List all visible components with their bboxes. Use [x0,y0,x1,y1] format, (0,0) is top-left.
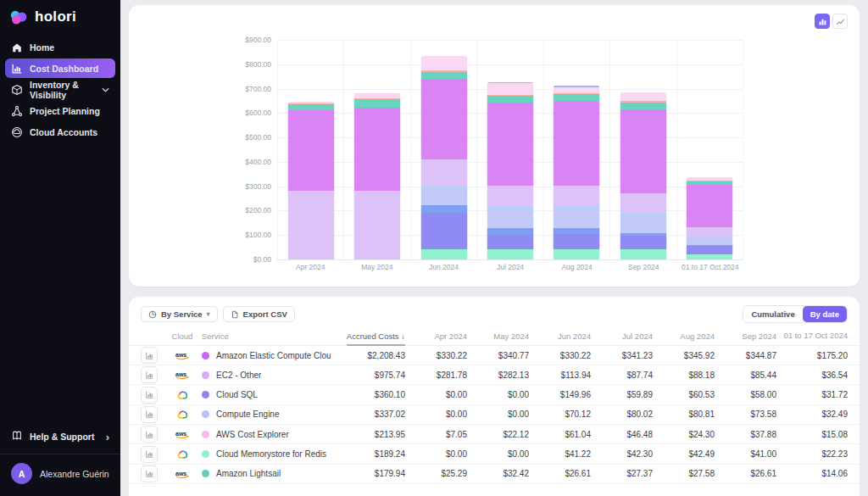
bar-segment[interactable] [620,249,666,259]
stacked-bar[interactable] [687,177,733,259]
bar-segment[interactable] [354,99,401,107]
sidebar-item-inventory-visibility[interactable]: Inventory & Visibility [5,80,115,99]
table-row[interactable]: awsAmazon Elastic Compute Cloud - Comput… [129,346,860,365]
table-row[interactable]: Compute Engine$337.02$0.00$0.00$70.12$80… [129,405,860,425]
bar-segment[interactable] [687,237,733,245]
bar-segment[interactable] [420,79,467,159]
bar-segment[interactable] [687,227,733,237]
row-chart-button[interactable] [141,387,158,404]
bar-segment[interactable] [487,96,533,103]
bar-segment[interactable] [554,101,600,186]
bar-segment[interactable] [420,213,467,249]
bar-segment[interactable] [287,104,334,110]
column-header-month[interactable]: May 2024 [467,332,529,341]
month-cost-value: $149.96 [529,390,591,399]
bar-segment[interactable] [287,191,334,259]
month-cost-value: $330.22 [529,351,591,360]
row-chart-button[interactable] [141,366,158,383]
accrued-cost-value: $2,208.43 [331,351,405,360]
month-cost-value: $32.42 [467,469,529,478]
bar-segment[interactable] [620,215,666,233]
row-chart-button-cell [141,387,161,404]
bar-segment[interactable] [687,185,733,227]
line-chart-view-button[interactable] [832,14,848,29]
bar-segment[interactable] [420,159,467,187]
table-row[interactable]: awsAWS Cost Explorer$213.95$7.05$22.12$6… [129,425,860,444]
bar-segment[interactable] [687,246,733,254]
sidebar-item-project-planning[interactable]: Project Planning [5,101,115,120]
bar-segment[interactable] [420,249,467,259]
accrued-cost-value: $213.95 [331,430,405,439]
sidebar-item-cloud-accounts[interactable]: Cloud Accounts [5,122,115,142]
bar-segment[interactable] [487,103,533,186]
column-header-month[interactable]: 01 to 17 Oct 2024 [776,331,848,341]
bar-segment[interactable] [420,205,467,213]
row-chart-button[interactable] [141,347,158,364]
sidebar-item-cost-dashboard[interactable]: Cost Dashboard [5,59,115,78]
bar-segment[interactable] [487,249,533,259]
bar-segment[interactable] [487,186,533,207]
sidebar-item-home[interactable]: Home [5,37,115,57]
stacked-bar[interactable] [554,86,600,259]
row-chart-button-cell [141,406,161,423]
bar-segment[interactable] [554,94,600,101]
column-header-accrued-costs[interactable]: Accrued Costs ↓ [331,332,405,341]
user-menu[interactable]: A Alexandre Guérin [0,454,120,496]
stacked-bar[interactable] [287,102,334,259]
bar-segment[interactable] [620,236,666,250]
bar-segment[interactable] [487,83,533,94]
column-header-month[interactable]: Jun 2024 [529,332,591,341]
row-chart-button[interactable] [141,465,158,482]
month-cost-value: $282.13 [467,371,529,380]
chart-y-axis: $0.00$100.00$200.00$300.00$400.00$500.00… [212,40,271,259]
bar-segment[interactable] [620,193,666,215]
row-chart-button[interactable] [141,406,158,423]
stacked-bar[interactable] [354,93,401,259]
export-csv-button[interactable]: Export CSV [223,306,295,322]
bar-segment[interactable] [620,103,666,109]
bar-segment[interactable] [554,234,600,248]
bar-segment[interactable] [287,110,334,191]
bar-segment[interactable] [354,191,401,259]
logo[interactable]: holori [0,0,120,32]
table-row[interactable]: Cloud Memorystore for Redis$189.24$0.00$… [129,444,860,464]
bar-segment[interactable] [554,228,600,234]
row-chart-button[interactable] [141,446,158,463]
table-row[interactable]: awsEC2 - Other$975.74$281.78$282.13$113.… [129,365,860,385]
cumulative-button[interactable]: Cumulative [743,306,802,322]
stacked-bar[interactable] [487,82,533,259]
table-row[interactable]: Cloud SQL$360.10$0.00$0.00$149.96$59.89$… [129,385,860,404]
table-row[interactable]: awsAmazon Lightsail$179.94$25.29$32.42$2… [129,465,860,484]
bar-segment[interactable] [420,56,467,71]
bar-segment[interactable] [354,108,401,191]
column-header-month[interactable]: Aug 2024 [653,332,715,341]
bar-segment[interactable] [687,254,733,259]
bar-segment[interactable] [554,87,600,93]
bar-chart-view-button[interactable] [815,14,830,29]
month-cost-value: $26.61 [715,469,776,478]
bar-segment[interactable] [620,92,666,102]
bar-segment[interactable] [487,235,533,249]
column-header-month[interactable]: Apr 2024 [405,332,467,341]
x-tick-label: 01 to 17 Oct 2024 [676,263,743,271]
sidebar-item-help-support[interactable]: Help & Support › [0,423,120,450]
bar-segment[interactable] [487,228,533,234]
by-date-button[interactable]: By date [803,306,847,322]
column-header-month[interactable]: Sep 2024 [715,332,776,341]
bar-segment[interactable] [420,188,467,205]
group-by-service-button[interactable]: By Service ▾ [141,306,218,322]
sidebar-item-label: Project Planning [30,106,100,116]
stacked-bar[interactable] [420,56,467,259]
row-chart-button[interactable] [141,426,158,443]
x-tick-label: Jul 2024 [477,263,544,271]
stacked-bar[interactable] [620,92,666,259]
bar-segment[interactable] [420,72,467,79]
bar-segment[interactable] [487,209,533,228]
column-header-month[interactable]: Jul 2024 [591,332,653,341]
bar-segment[interactable] [554,249,600,259]
bar-segment[interactable] [554,186,600,207]
bar-segment[interactable] [620,109,666,193]
service-color-dot [202,450,209,458]
bar-segment[interactable] [554,209,600,228]
month-cost-value: $41.00 [715,449,776,459]
